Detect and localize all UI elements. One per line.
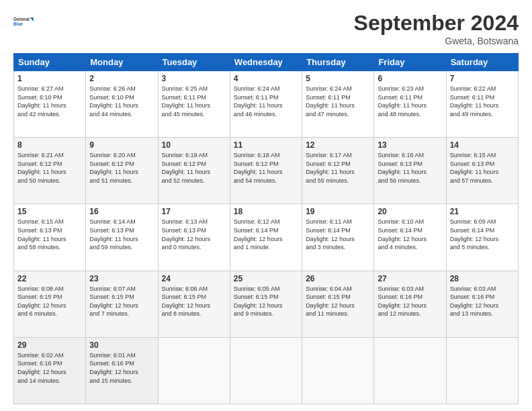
week-row-1: 8Sunrise: 6:21 AM Sunset: 6:12 PM Daylig… (14, 138, 519, 204)
day-number: 7 (450, 74, 515, 83)
cell-0-6: 7Sunrise: 6:22 AM Sunset: 6:11 PM Daylig… (446, 71, 518, 138)
day-number: 3 (162, 74, 226, 83)
day-number: 25 (234, 274, 298, 283)
day-number: 29 (17, 340, 82, 350)
day-of-week-row: SundayMondayTuesdayWednesdayThursdayFrid… (14, 54, 519, 71)
cell-2-4: 19Sunrise: 6:11 AM Sunset: 6:14 PM Dayli… (302, 204, 374, 271)
cell-3-2: 24Sunrise: 6:06 AM Sunset: 6:15 PM Dayli… (158, 271, 230, 337)
day-number: 23 (89, 274, 154, 283)
cell-2-6: 21Sunrise: 6:09 AM Sunset: 6:14 PM Dayli… (446, 204, 518, 271)
day-info: Sunrise: 6:15 AM Sunset: 6:13 PM Dayligh… (450, 151, 515, 185)
cell-2-3: 18Sunrise: 6:12 AM Sunset: 6:14 PM Dayli… (230, 204, 302, 271)
day-info: Sunrise: 6:27 AM Sunset: 6:10 PM Dayligh… (17, 85, 82, 118)
cell-3-3: 25Sunrise: 6:05 AM Sunset: 6:15 PM Dayli… (230, 271, 302, 337)
svg-text:Blue: Blue (13, 21, 23, 26)
day-number: 24 (162, 274, 226, 283)
logo-icon: GeneralBlue (13, 11, 35, 32)
day-number: 18 (234, 207, 298, 216)
cell-1-1: 9Sunrise: 6:20 AM Sunset: 6:12 PM Daylig… (86, 138, 158, 204)
day-info: Sunrise: 6:04 AM Sunset: 6:15 PM Dayligh… (306, 285, 370, 318)
day-info: Sunrise: 6:05 AM Sunset: 6:15 PM Dayligh… (234, 285, 298, 318)
cell-2-0: 15Sunrise: 6:15 AM Sunset: 6:13 PM Dayli… (14, 204, 86, 271)
cell-4-4 (302, 337, 374, 404)
day-number: 17 (162, 207, 226, 216)
day-info: Sunrise: 6:23 AM Sunset: 6:11 PM Dayligh… (378, 85, 442, 118)
day-info: Sunrise: 6:21 AM Sunset: 6:12 PM Dayligh… (17, 151, 82, 185)
cell-1-3: 11Sunrise: 6:18 AM Sunset: 6:12 PM Dayli… (230, 138, 302, 204)
day-number: 12 (306, 140, 370, 150)
col-header-friday: Friday (374, 54, 446, 71)
calendar-table: SundayMondayTuesdayWednesdayThursdayFrid… (13, 53, 519, 404)
week-row-3: 22Sunrise: 6:08 AM Sunset: 6:15 PM Dayli… (14, 271, 519, 337)
cell-3-0: 22Sunrise: 6:08 AM Sunset: 6:15 PM Dayli… (14, 271, 86, 337)
svg-text:General: General (13, 17, 30, 21)
header: GeneralBlue September 2024 Gweta, Botswa… (13, 11, 519, 46)
day-number: 22 (17, 274, 82, 283)
day-info: Sunrise: 6:18 AM Sunset: 6:12 PM Dayligh… (234, 151, 298, 185)
day-number: 30 (89, 340, 154, 350)
day-info: Sunrise: 6:15 AM Sunset: 6:13 PM Dayligh… (17, 218, 82, 251)
title-block: September 2024 Gweta, Botswana (354, 11, 519, 46)
col-header-tuesday: Tuesday (158, 54, 230, 71)
day-info: Sunrise: 6:24 AM Sunset: 6:11 PM Dayligh… (306, 85, 370, 118)
col-header-monday: Monday (86, 54, 158, 71)
cell-4-6 (446, 337, 518, 404)
day-number: 11 (234, 140, 298, 150)
cell-0-1: 2Sunrise: 6:26 AM Sunset: 6:10 PM Daylig… (86, 71, 158, 138)
day-info: Sunrise: 6:01 AM Sunset: 6:16 PM Dayligh… (89, 351, 154, 385)
day-info: Sunrise: 6:03 AM Sunset: 6:16 PM Dayligh… (450, 285, 515, 318)
day-number: 1 (17, 74, 82, 83)
cell-4-0: 29Sunrise: 6:02 AM Sunset: 6:16 PM Dayli… (14, 337, 86, 404)
location: Gweta, Botswana (354, 36, 519, 46)
day-number: 19 (306, 207, 370, 216)
week-row-2: 15Sunrise: 6:15 AM Sunset: 6:13 PM Dayli… (14, 204, 519, 271)
day-number: 5 (306, 74, 370, 83)
cell-1-2: 10Sunrise: 6:19 AM Sunset: 6:12 PM Dayli… (158, 138, 230, 204)
day-number: 28 (450, 274, 515, 283)
day-info: Sunrise: 6:07 AM Sunset: 6:15 PM Dayligh… (89, 285, 154, 318)
day-number: 6 (378, 74, 442, 83)
day-info: Sunrise: 6:08 AM Sunset: 6:15 PM Dayligh… (17, 285, 82, 318)
cell-2-2: 17Sunrise: 6:13 AM Sunset: 6:13 PM Dayli… (158, 204, 230, 271)
day-info: Sunrise: 6:22 AM Sunset: 6:11 PM Dayligh… (450, 85, 515, 118)
cell-4-3 (230, 337, 302, 404)
day-number: 4 (234, 74, 298, 83)
day-info: Sunrise: 6:20 AM Sunset: 6:12 PM Dayligh… (89, 151, 154, 185)
cell-3-4: 26Sunrise: 6:04 AM Sunset: 6:15 PM Dayli… (302, 271, 374, 337)
day-info: Sunrise: 6:02 AM Sunset: 6:16 PM Dayligh… (17, 351, 82, 385)
day-number: 26 (306, 274, 370, 283)
day-info: Sunrise: 6:09 AM Sunset: 6:14 PM Dayligh… (450, 218, 515, 251)
cell-1-6: 14Sunrise: 6:15 AM Sunset: 6:13 PM Dayli… (446, 138, 518, 204)
day-number: 16 (89, 207, 154, 216)
page: GeneralBlue September 2024 Gweta, Botswa… (0, 0, 532, 411)
cell-2-5: 20Sunrise: 6:10 AM Sunset: 6:14 PM Dayli… (374, 204, 446, 271)
day-number: 13 (378, 140, 442, 150)
day-number: 8 (17, 140, 82, 150)
day-info: Sunrise: 6:10 AM Sunset: 6:14 PM Dayligh… (378, 218, 442, 251)
cell-1-0: 8Sunrise: 6:21 AM Sunset: 6:12 PM Daylig… (14, 138, 86, 204)
day-info: Sunrise: 6:24 AM Sunset: 6:11 PM Dayligh… (234, 85, 298, 118)
cell-3-5: 27Sunrise: 6:03 AM Sunset: 6:16 PM Dayli… (374, 271, 446, 337)
cell-4-2 (158, 337, 230, 404)
cell-2-1: 16Sunrise: 6:14 AM Sunset: 6:13 PM Dayli… (86, 204, 158, 271)
cell-0-2: 3Sunrise: 6:25 AM Sunset: 6:11 PM Daylig… (158, 71, 230, 138)
col-header-sunday: Sunday (14, 54, 86, 71)
day-info: Sunrise: 6:16 AM Sunset: 6:13 PM Dayligh… (378, 151, 442, 185)
col-header-saturday: Saturday (446, 54, 518, 71)
day-number: 14 (450, 140, 515, 150)
day-number: 21 (450, 207, 515, 216)
day-info: Sunrise: 6:19 AM Sunset: 6:12 PM Dayligh… (162, 151, 226, 185)
calendar-body: 1Sunrise: 6:27 AM Sunset: 6:10 PM Daylig… (14, 71, 519, 404)
day-number: 20 (378, 207, 442, 216)
day-info: Sunrise: 6:03 AM Sunset: 6:16 PM Dayligh… (378, 285, 442, 318)
cell-3-1: 23Sunrise: 6:07 AM Sunset: 6:15 PM Dayli… (86, 271, 158, 337)
day-number: 27 (378, 274, 442, 283)
day-info: Sunrise: 6:06 AM Sunset: 6:15 PM Dayligh… (162, 285, 226, 318)
cell-1-4: 12Sunrise: 6:17 AM Sunset: 6:12 PM Dayli… (302, 138, 374, 204)
cell-0-3: 4Sunrise: 6:24 AM Sunset: 6:11 PM Daylig… (230, 71, 302, 138)
col-header-thursday: Thursday (302, 54, 374, 71)
cell-4-5 (374, 337, 446, 404)
day-info: Sunrise: 6:13 AM Sunset: 6:13 PM Dayligh… (162, 218, 226, 251)
week-row-4: 29Sunrise: 6:02 AM Sunset: 6:16 PM Dayli… (14, 337, 519, 404)
col-header-wednesday: Wednesday (230, 54, 302, 71)
